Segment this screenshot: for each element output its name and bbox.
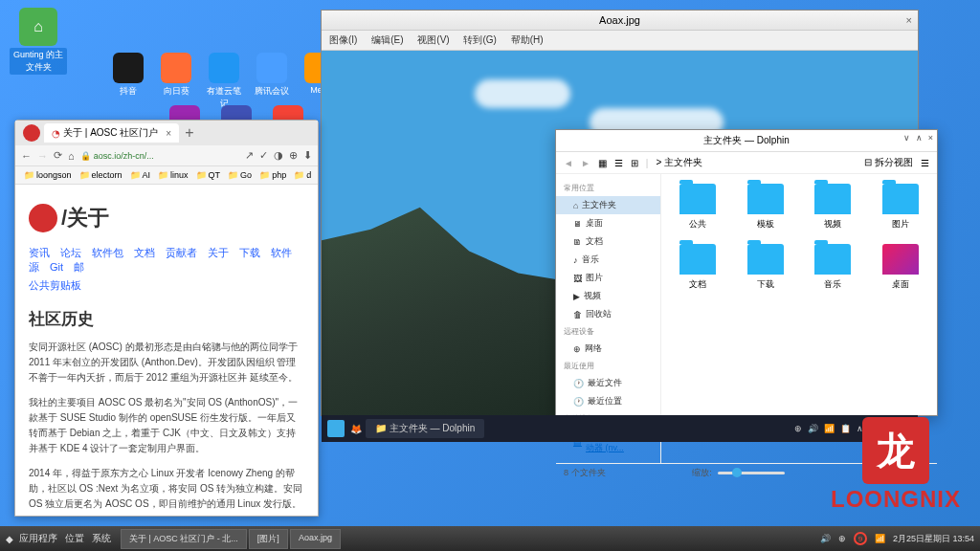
close-icon[interactable]: × [906,14,912,26]
nav-link[interactable]: 下载 [239,247,260,258]
firefox-icon[interactable]: 🦊 [350,424,362,434]
view-details-button[interactable]: ⊞ [631,158,638,168]
nav-link[interactable]: 关于 [208,247,229,258]
nav-link[interactable]: 文档 [134,247,155,258]
new-tab-button[interactable]: + [185,124,193,142]
nav-link[interactable]: 贡献者 [166,247,197,258]
taskbar-task-dolphin[interactable]: 📁 主文件夹 — Dolphin [366,419,484,438]
nav-link[interactable]: 论坛 [60,247,81,258]
close-icon[interactable]: × [928,133,933,143]
bookmark[interactable]: QT [193,169,224,181]
home-button[interactable]: ⌂ [68,150,75,162]
menu-edit[interactable]: 编辑(E) [371,34,403,45]
toolbar-icon[interactable]: ⊕ [289,149,298,162]
sidebar-group-places: 常用位置 [556,180,660,196]
app-douyin[interactable]: 抖音 [110,53,146,110]
bookmark[interactable]: electorn [77,169,125,181]
minimize-icon[interactable]: ∨ [903,133,910,143]
menu-view[interactable]: 视图(V) [417,34,449,45]
folder-pictures[interactable]: 图片 [874,184,928,231]
view-list-button[interactable]: ☰ [614,158,623,168]
sidebar-item-documents[interactable]: 🗎 文档 [556,232,660,251]
kde-panel: 🦊 📁 主文件夹 — Dolphin ⊕ 🔊 📶 📋 ∧ 12:10 上午 20… [322,415,918,442]
menu-system[interactable]: 系统 [92,532,111,545]
nav-link[interactable]: Git [50,261,63,273]
sidebar-item-recent-files[interactable]: 🕐 最近文件 [556,374,660,392]
tab-close-icon[interactable]: × [166,128,171,139]
bookmark[interactable]: Go [225,169,255,181]
toolbar: ◄ ► ▦ ☰ ⊞ | > 主文件夹 ⊟ 拆分视图 ☰ [556,152,937,174]
page-content[interactable]: /关于 资讯 论坛 软件包 文档 贡献者 关于 下载 软件源 Git 邮 公共剪… [15,185,318,516]
nav-link[interactable]: 邮 [74,261,84,273]
folder-music[interactable]: 音乐 [806,244,860,291]
toolbar-icon[interactable]: ◑ [274,149,283,162]
home-folder-desktop-icon[interactable]: ⌂ Gunting 的主文件夹 [10,8,67,75]
folder-downloads[interactable]: 下载 [739,244,793,291]
tray-icon[interactable]: ⊕ [794,424,802,433]
window-title: Aoax.jpg [599,14,640,26]
window-titlebar[interactable]: Aoax.jpg × [322,11,918,31]
tray-volume-icon[interactable]: 🔊 [808,424,818,433]
nav-links: 资讯 论坛 软件包 文档 贡献者 关于 下载 软件源 Git 邮 [29,246,304,275]
taskbar-task[interactable]: Aoax.jpg [290,529,341,549]
view-icons-button[interactable]: ▦ [598,158,607,168]
toolbar-icon[interactable]: ↗ [245,149,254,162]
update-badge[interactable]: 9 [854,532,867,545]
sidebar-item-music[interactable]: ♪ 音乐 [556,251,660,269]
menu-button[interactable]: ☰ [921,158,929,168]
tray-icon[interactable]: 📶 [875,534,885,543]
folder-videos[interactable]: 视频 [806,184,860,231]
nav-link[interactable]: 公共剪贴板 [29,279,81,291]
download-icon[interactable]: ⬇ [303,149,312,162]
bookmark[interactable]: loongson [21,169,75,181]
app-sunflower[interactable]: 向日葵 [158,53,194,110]
sidebar-item-network[interactable]: ⊕ 网络 [556,340,660,358]
menu-goto[interactable]: 转到(G) [463,34,496,45]
sidebar-item-desktop[interactable]: 🖥 桌面 [556,214,660,232]
sidebar-item-recent-places[interactable]: 🕐 最近位置 [556,392,660,410]
bookmark[interactable]: linux [155,169,191,181]
menu-image[interactable]: 图像(I) [329,34,357,45]
nav-link[interactable]: 资讯 [29,247,50,258]
sidebar-item-trash[interactable]: 🗑 回收站 [556,305,660,323]
bookmark[interactable]: d [291,169,314,181]
folder-public[interactable]: 公共 [671,184,725,231]
zoom-slider[interactable] [718,472,785,474]
browser-tab[interactable]: ◔ 关于 | AOSC 社区门户 × [44,123,179,143]
tray-icon[interactable]: ⊕ [838,534,846,543]
bookmark[interactable]: php [256,169,289,181]
sidebar-item-pictures[interactable]: 🖼 图片 [556,269,660,287]
nav-link[interactable]: 软件包 [92,247,123,258]
toolbar-icon[interactable]: ✓ [259,149,268,162]
menu-help[interactable]: 帮助(H) [511,34,544,45]
menu-places[interactable]: 位置 [65,532,84,545]
menu-applications[interactable]: 应用程序 [19,532,57,545]
sidebar-item-videos[interactable]: ▶ 视频 [556,287,660,305]
paragraph: 安同开源社区 (AOSC) 的最初形态是由白铭骢与他的两位同学于 2011 年末… [29,340,304,386]
taskbar-task[interactable]: [图片] [249,529,288,549]
app-youdao[interactable]: 有道云笔记 [206,53,242,110]
folder-documents[interactable]: 文档 [671,244,725,291]
maximize-icon[interactable]: ∧ [916,133,923,143]
breadcrumb[interactable]: > 主文件夹 [656,156,857,169]
kde-launcher-icon[interactable] [327,420,345,437]
split-view-button[interactable]: ⊟ 拆分视图 [864,156,913,169]
back-button[interactable]: ← [21,150,32,162]
folder-templates[interactable]: 模板 [739,184,793,231]
start-icon[interactable]: ◆ [6,534,13,544]
tray-icon[interactable]: 🔊 [820,534,831,543]
back-button[interactable]: ◄ [564,158,573,168]
app-tencent-meeting[interactable]: 腾讯会议 [254,53,290,110]
forward-button[interactable]: → [37,150,48,162]
window-titlebar[interactable]: 主文件夹 — Dolphin ∨ ∧ × [556,130,937,152]
folder-desktop[interactable]: 桌面 [874,244,928,291]
address-bar[interactable]: 🔒 aosc.io/zh-cn/... [80,151,239,161]
sidebar-item-home[interactable]: ⌂ 主文件夹 [556,196,660,214]
taskbar-task[interactable]: 关于 | AOSC 社区门户 - 北... [121,529,247,549]
clock[interactable]: 2月25日星期日 13:54 [893,533,974,545]
bookmark[interactable]: AI [127,169,154,181]
forward-button[interactable]: ► [581,158,590,168]
reload-button[interactable]: ⟳ [54,149,62,162]
sidebar-group-recent: 最近使用 [556,358,660,374]
aosc-logo-icon [29,204,57,232]
